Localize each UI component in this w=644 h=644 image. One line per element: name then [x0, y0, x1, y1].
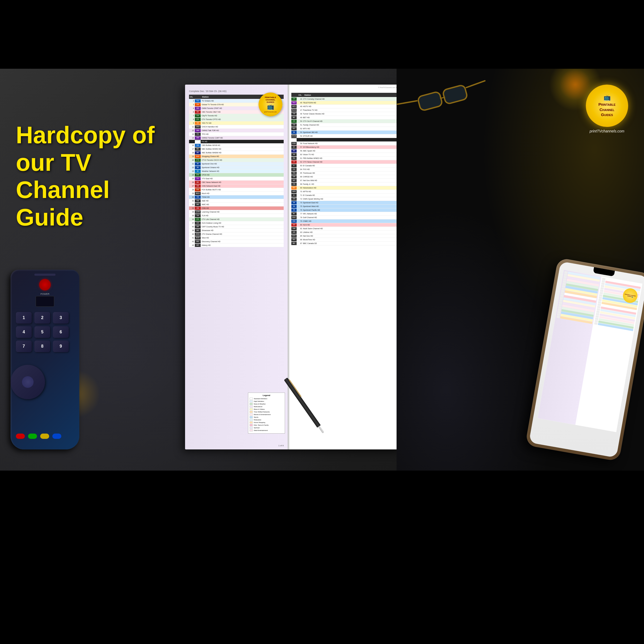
channel-row: 14 OMNI OMNI2 Toronto CJMT HD	[189, 136, 284, 140]
book-spread: Complete Dec. '20 594 Ch. (36 HD) PRINTA…	[185, 85, 397, 449]
channel-name: DIY/Bloomberry HD	[303, 146, 397, 148]
channel-name: CTV Toronto CFTO HD	[201, 118, 284, 120]
legend-color-swatch	[250, 424, 253, 426]
channel-logo: ABC	[291, 149, 297, 153]
channel-logo: SN	[291, 131, 297, 134]
right-header-station: Station	[304, 94, 397, 96]
channel-name: AMC HD	[201, 204, 284, 205]
legend-color-swatch	[250, 398, 253, 400]
channel-number: 83	[297, 231, 303, 233]
channel-number: 67	[297, 180, 303, 181]
remote-red-btn[interactable]	[16, 434, 25, 439]
remote-btn-8[interactable]: 8	[34, 341, 50, 352]
legend-label: Music & Videos	[254, 408, 265, 410]
channel-row: NATG 85 Nat Geo HD	[291, 234, 397, 238]
channel-name: Showcase HD	[201, 229, 284, 231]
legend-label: Multicultural	[254, 406, 262, 407]
channel-row: FX 55 FX HD	[291, 138, 397, 142]
channel-name: Shopping Choice HD	[201, 155, 284, 157]
book-pcg-icon: 📺	[267, 103, 274, 110]
channel-name: OWN Oprah Winfrey HD	[303, 198, 397, 200]
channel-name: Sportsnet West HD	[303, 205, 397, 207]
channel-number: 24	[189, 174, 195, 176]
channel-row: 40 DRAM CTV Drama Channel HD	[189, 232, 284, 236]
legend-box: Legend Standard Definition High Definiti…	[248, 393, 285, 434]
channel-row: 40 CMT CMT Country Music TV HD	[189, 225, 284, 229]
remote-btn-6[interactable]: 6	[53, 326, 69, 338]
channel-row: 25 YTV YTV East HD	[189, 177, 284, 181]
channel-row: BBC 87 BBC Canada SD	[291, 242, 397, 245]
channel-row: 41 SLICE Slice HD	[189, 236, 284, 240]
channel-row: 32 AMC AMC HD	[189, 203, 284, 206]
left-page-header: Complete Dec. '20 594 Ch. (36 HD)	[189, 90, 284, 93]
right-header-ch: Ch.	[298, 94, 304, 96]
channel-row: HGTV 46 HGTV HD	[291, 105, 397, 108]
channel-name: MovieTime HD	[303, 239, 397, 241]
remote-dpad-circle[interactable]	[11, 365, 45, 399]
channel-logo: SN	[195, 162, 201, 165]
channel-number: 44	[297, 98, 303, 100]
channel-name: TLN HD	[201, 215, 284, 217]
remote-power-button[interactable]	[39, 279, 51, 291]
channel-number: 21	[189, 163, 195, 165]
channel-number: 16	[189, 144, 195, 146]
channel-logo: HIST	[195, 244, 201, 247]
channel-row: CHR 66 CHRGD HD	[291, 175, 397, 179]
remote-blue-btn[interactable]	[52, 434, 61, 439]
channel-number: 62	[297, 161, 303, 163]
right-copyright: © PrintTVChannels.com 2020	[378, 87, 397, 88]
legend-item: Kids, Teens & Family	[250, 424, 283, 426]
channel-row: 26 CBC CBC News Network HD	[189, 181, 284, 184]
title-line3: Channel	[16, 176, 155, 204]
channel-name: FX HD	[303, 139, 397, 141]
channel-number: 54	[297, 135, 303, 137]
legend-label: Time Shifted Networks	[254, 411, 270, 413]
legend-label: Relaxation	[254, 419, 261, 421]
channel-number: 76	[297, 209, 303, 211]
channel-number: 18	[189, 152, 195, 154]
remote-btn-3[interactable]: 3	[53, 312, 69, 324]
channel-name: Discovery Channel HD	[201, 241, 284, 242]
legend-item: Music & Videos	[250, 408, 283, 410]
legend-color-swatch	[250, 403, 253, 405]
channel-logo: NATG	[291, 234, 297, 238]
channel-name: Vision TV HD	[303, 154, 397, 155]
remote-btn-9[interactable]: 9	[53, 341, 69, 352]
channel-number: 75	[297, 205, 303, 207]
legend-color-swatch	[250, 408, 253, 410]
remote-green-btn[interactable]	[28, 434, 37, 439]
channel-number: 82	[297, 228, 303, 229]
remote-btn-4[interactable]: 4	[16, 326, 32, 338]
remote-btn-1[interactable]: 1	[16, 312, 32, 324]
book-right-page: © PrintTVChannels.com 2020 Ch. Station C…	[288, 85, 397, 449]
channel-logo: FOOD	[291, 142, 297, 145]
image-row: Hardcopy of our TV Channel Guide 1 2 3 4	[0, 69, 644, 471]
channel-logo: HGTV	[291, 105, 297, 108]
right-channel-list: CTV 44 CTV Comedy Channel HD TELE 45 TEL…	[291, 97, 397, 245]
channel-name: YES TV HD	[201, 122, 284, 124]
remote-dpad-center[interactable]	[22, 376, 34, 388]
remote-yellow-btn[interactable]	[40, 434, 49, 439]
channel-row: 13 TFO TFO HD	[189, 132, 284, 136]
remote-btn-5[interactable]: 5	[34, 326, 50, 338]
channel-logo: A&E	[195, 199, 201, 203]
channel-logo: ARTN	[291, 190, 297, 193]
channel-name: CHRGD HD	[303, 176, 397, 178]
channel-row: 21 SN Sportsnet One HD	[189, 162, 284, 166]
remote-btn-7[interactable]: 7	[16, 341, 32, 352]
channel-name: Sportsnet Pacific HD	[303, 209, 397, 211]
channel-logo: YES	[195, 122, 201, 125]
legend-label: Adult Entertainment	[254, 430, 268, 431]
glasses-arm-right	[465, 80, 486, 88]
channel-name: History HD	[201, 244, 284, 246]
channel-name: Sportsnet East HD	[303, 202, 397, 204]
channel-row: NFL 77 NFL Network HD	[291, 212, 397, 216]
phone-ch-num	[556, 316, 560, 318]
pcg-website: printTVchannels.com	[586, 129, 628, 133]
remote-btn-2[interactable]: 2	[34, 312, 50, 324]
channel-number: 28	[189, 189, 195, 191]
channel-number: 14	[189, 137, 195, 139]
channel-name: Lifetime HD	[303, 231, 397, 233]
channel-number: 32	[189, 204, 195, 205]
channel-row: 43 HIST History HD	[189, 243, 284, 247]
